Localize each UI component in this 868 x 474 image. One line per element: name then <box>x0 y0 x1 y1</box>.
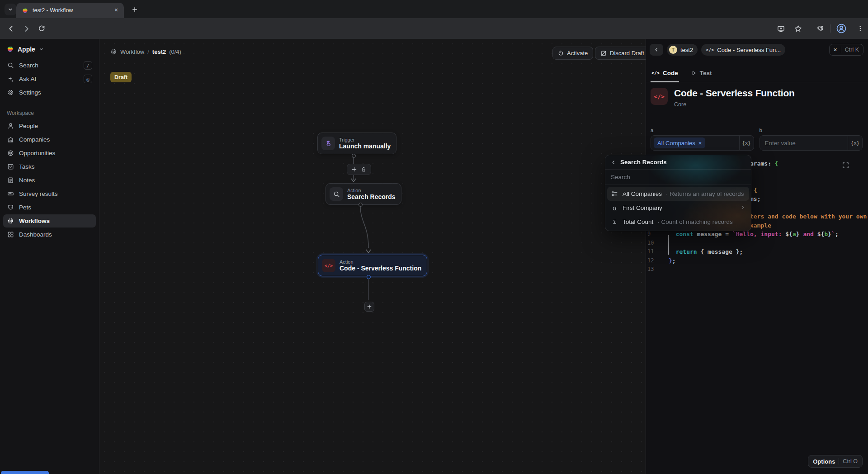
sidebar-item-pets[interactable]: Pets <box>3 201 96 214</box>
item-label: All Companies <box>623 190 662 197</box>
options-label: Options <box>813 458 835 465</box>
sidebar-item-survey-results[interactable]: Survey results <box>3 187 96 200</box>
field-a-input[interactable]: All Companies × {x} <box>651 135 754 151</box>
workspace-switcher[interactable]: Apple <box>0 39 99 55</box>
browser-toolbar: apple.localhost:3001/object/workflow/0d2… <box>0 18 868 39</box>
tab-search-button[interactable] <box>5 4 16 15</box>
play-icon <box>691 70 697 76</box>
connector-handle[interactable] <box>359 203 363 207</box>
item-label: Notes <box>19 177 35 184</box>
sidebar-item-people[interactable]: People <box>3 119 96 133</box>
browser-tab[interactable]: test2 - Workflow × <box>16 3 124 18</box>
bookmark-star-icon[interactable] <box>792 23 804 34</box>
browser-menu-icon[interactable] <box>854 23 866 34</box>
node-tile <box>321 137 335 150</box>
sidebar-item-notes[interactable]: Notes <box>3 174 96 187</box>
add-step-icon[interactable] <box>351 166 357 172</box>
sidebar-item-workflows[interactable]: Workflows <box>3 214 96 228</box>
shortcut-badge: / <box>84 61 92 70</box>
dropdown-item-total-count[interactable]: ΣTotal Count · Count of matching records <box>607 215 749 229</box>
node-title: Code - Serverless Function <box>340 265 421 272</box>
activate-button[interactable]: Activate <box>552 47 593 60</box>
connector-handle[interactable] <box>352 154 356 158</box>
insert-variable-button[interactable]: {x} <box>848 136 862 150</box>
breadcrumb-name[interactable]: test2 <box>152 48 166 55</box>
chip-remove-icon[interactable]: × <box>698 140 702 147</box>
options-button[interactable]: Options Ctrl O <box>808 455 863 468</box>
trash-icon[interactable] <box>361 166 367 172</box>
node-tile: </> <box>322 259 335 272</box>
workflow-node-search-records[interactable]: Action Search Records <box>326 183 401 205</box>
tab-code[interactable]: </>Code <box>651 64 678 82</box>
nav-label: Ask AI <box>19 76 36 82</box>
workflow-icon <box>7 218 14 224</box>
reload-icon[interactable] <box>35 22 48 35</box>
connector-handle-selected[interactable] <box>367 275 371 279</box>
workflow-canvas[interactable]: Workflow / test2 (0/4) Activate Discard … <box>99 39 646 474</box>
install-app-icon[interactable] <box>775 23 787 34</box>
note-icon <box>7 177 14 184</box>
discard-draft-button[interactable]: Discard Draft <box>595 47 646 60</box>
dropdown-search-input[interactable]: Search <box>605 170 751 185</box>
item-label: Total Count <box>623 218 653 225</box>
panel-tabs: </>CodeTest <box>646 64 868 82</box>
sidebar-item-tasks[interactable]: Tasks <box>3 160 96 173</box>
panel-close-button[interactable]: × Ctrl K <box>829 44 863 56</box>
chevron-down-icon <box>8 7 13 12</box>
list-icon <box>611 190 618 197</box>
profile-avatar[interactable] <box>835 23 847 34</box>
close-shortcut: Ctrl K <box>845 47 859 53</box>
add-node-button[interactable] <box>364 302 374 312</box>
node-title: Launch manually <box>339 142 391 150</box>
new-tab-button[interactable] <box>129 4 140 15</box>
building-icon <box>7 136 14 143</box>
sidebar-nav-ask-ai[interactable]: Ask AI@ <box>3 72 96 85</box>
field-b-input[interactable]: Enter value {x} <box>760 135 863 151</box>
panel-back-button[interactable] <box>650 44 663 56</box>
item-label: Survey results <box>19 190 58 197</box>
extensions-icon[interactable] <box>814 23 826 34</box>
dropdown-item-all-companies[interactable]: All Companies · Returns an array of reco… <box>607 187 749 201</box>
workflow-node-launch-manually[interactable]: Trigger Launch manually <box>317 133 396 154</box>
record-pill[interactable]: T test2 <box>667 44 698 56</box>
sidebar-item-companies[interactable]: Companies <box>3 133 96 146</box>
field-a-label: a <box>651 128 754 133</box>
apple-logo-icon <box>6 45 14 53</box>
tab-test[interactable]: Test <box>691 64 712 82</box>
indent-guide <box>668 235 669 255</box>
sidebar-item-dashboards[interactable]: Dashboards <box>3 228 96 241</box>
code-line <box>669 239 867 248</box>
back-icon[interactable] <box>5 22 17 35</box>
sigma-icon: Σ <box>611 219 618 225</box>
sidebar-item-opportunities[interactable]: Opportunities <box>3 147 96 160</box>
block-heading: </> Code - Serverless Function Core <box>651 88 795 108</box>
options-shortcut: Ctrl O <box>843 458 858 465</box>
item-description: · Count of matching records <box>657 218 733 225</box>
item-label: Opportunities <box>19 150 55 156</box>
field-a-chip[interactable]: All Companies × <box>654 137 705 148</box>
workflow-node-code-serverless-function[interactable]: </> Action Code - Serverless Function <box>318 255 427 276</box>
forward-icon[interactable] <box>20 22 33 35</box>
code-icon: </> <box>706 47 714 52</box>
sidebar-nav-settings[interactable]: Settings <box>3 86 96 99</box>
divider <box>839 458 839 465</box>
chevron-right-icon <box>741 204 745 211</box>
item-label: People <box>19 123 38 129</box>
tab-close-icon[interactable]: × <box>112 6 120 14</box>
detail-panel: T test2 </> Code - Serverless Fun... × C… <box>646 39 868 474</box>
chevron-left-icon[interactable] <box>611 160 616 165</box>
dropdown-item-first-company[interactable]: αFirst Company <box>607 201 749 215</box>
breadcrumb: Workflow / test2 (0/4) <box>110 48 181 55</box>
sidebar-items: PeopleCompaniesOpportunitiesTasksNotesSu… <box>0 119 99 241</box>
divider <box>841 47 841 53</box>
expand-editor-icon[interactable] <box>842 162 849 171</box>
block-title: Code - Serverless Function <box>674 88 795 99</box>
sidebar-nav-search[interactable]: Search/ <box>3 59 96 72</box>
breadcrumb-root[interactable]: Workflow <box>120 48 144 55</box>
tab-label: Test <box>700 70 712 76</box>
block-pill[interactable]: </> Code - Serverless Fun... <box>701 44 785 56</box>
insert-variable-button[interactable]: {x} <box>739 136 754 150</box>
alpha-icon: α <box>611 205 618 211</box>
item-label: First Company <box>623 204 662 211</box>
discard-label: Discard Draft <box>610 50 644 57</box>
